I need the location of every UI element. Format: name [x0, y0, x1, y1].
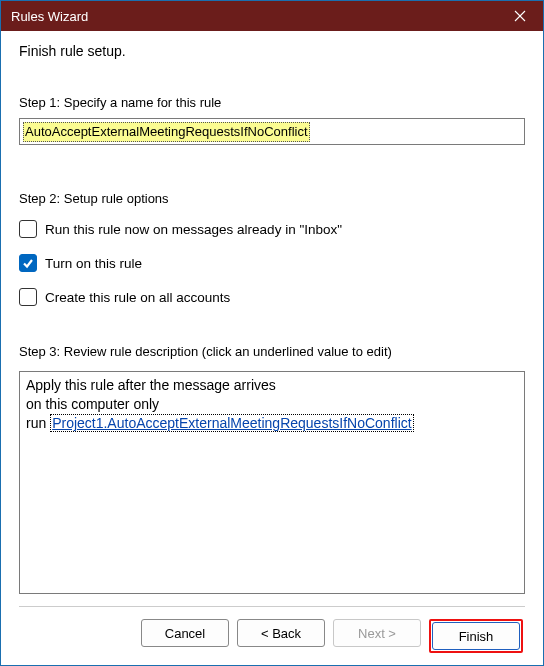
step2-label: Step 2: Setup rule options [19, 191, 525, 206]
finish-button[interactable]: Finish [432, 622, 520, 650]
option-all-accounts[interactable]: Create this rule on all accounts [19, 288, 525, 306]
next-button: Next > [333, 619, 421, 647]
option-turn-on-label: Turn on this rule [45, 256, 142, 271]
step1-label: Step 1: Specify a name for this rule [19, 95, 525, 110]
checkbox-all-accounts[interactable] [19, 288, 37, 306]
wizard-body: Finish rule setup. Step 1: Specify a nam… [1, 31, 543, 665]
rule-description-box: Apply this rule after the message arrive… [19, 371, 525, 594]
rule-name-input[interactable]: AutoAcceptExternalMeetingRequestsIfNoCon… [19, 118, 525, 145]
close-icon [514, 10, 526, 22]
cancel-button[interactable]: Cancel [141, 619, 229, 647]
checkmark-icon [22, 257, 34, 269]
option-run-now-label: Run this rule now on messages already in… [45, 222, 342, 237]
option-all-accounts-label: Create this rule on all accounts [45, 290, 230, 305]
desc-line-3: run Project1.AutoAcceptExternalMeetingRe… [26, 414, 518, 433]
rule-name-value: AutoAcceptExternalMeetingRequestsIfNoCon… [23, 122, 310, 142]
finish-highlight: Finish [429, 619, 523, 653]
back-button[interactable]: < Back [237, 619, 325, 647]
desc-script-link[interactable]: Project1.AutoAcceptExternalMeetingReques… [50, 414, 414, 432]
button-row: Cancel < Back Next > Finish [19, 619, 525, 655]
step3-label: Step 3: Review rule description (click a… [19, 344, 525, 359]
separator [19, 606, 525, 607]
checkbox-turn-on[interactable] [19, 254, 37, 272]
close-button[interactable] [497, 1, 543, 31]
titlebar: Rules Wizard [1, 1, 543, 31]
desc-line-2: on this computer only [26, 395, 518, 414]
checkbox-run-now[interactable] [19, 220, 37, 238]
rules-wizard-window: Rules Wizard Finish rule setup. Step 1: … [0, 0, 544, 666]
desc-run-prefix: run [26, 415, 50, 431]
option-turn-on[interactable]: Turn on this rule [19, 254, 525, 272]
option-run-now[interactable]: Run this rule now on messages already in… [19, 220, 525, 238]
window-title: Rules Wizard [11, 9, 497, 24]
desc-line-1: Apply this rule after the message arrive… [26, 376, 518, 395]
subheading: Finish rule setup. [19, 43, 525, 59]
